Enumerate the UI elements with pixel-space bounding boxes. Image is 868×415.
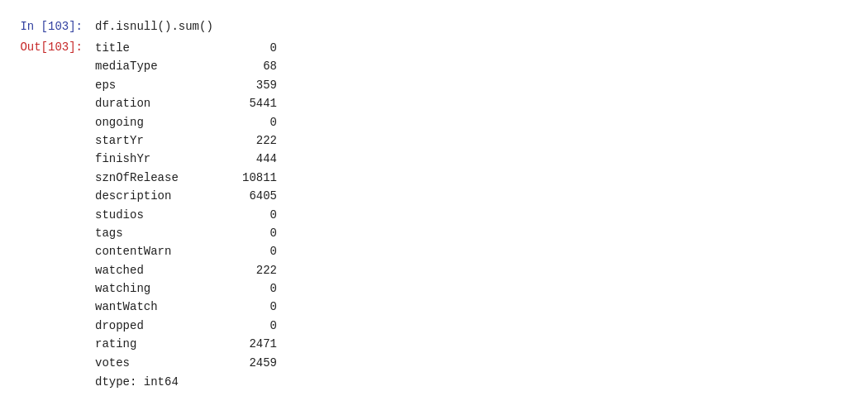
- col-field-name: dropped: [95, 317, 227, 335]
- code-content: df.isnull().sum(): [91, 18, 868, 36]
- table-row: mediaType68: [95, 57, 868, 75]
- table-row: rating2471: [95, 335, 868, 353]
- col-field-name: tags: [95, 224, 227, 242]
- table-row: startYr222: [95, 131, 868, 150]
- col-field-value: 2471: [227, 335, 277, 353]
- input-row: In [103]: df.isnull().sum(): [0, 17, 868, 37]
- notebook-cell: In [103]: df.isnull().sum() Out[103]: ti…: [0, 17, 868, 393]
- col-field-name: watching: [95, 279, 227, 298]
- table-row: eps359: [95, 76, 868, 94]
- table-row: ongoing0: [95, 113, 868, 131]
- col-field-name: mediaType: [95, 57, 227, 75]
- col-field-value: 222: [227, 261, 277, 279]
- col-field-value: 6405: [227, 187, 277, 205]
- table-row: finishYr444: [95, 150, 868, 168]
- col-field-value: 0: [227, 298, 277, 316]
- col-field-value: 0: [227, 206, 277, 224]
- col-field-value: 0: [227, 242, 277, 260]
- out-label: Out[103]:: [0, 39, 91, 56]
- output-row-container: Out[103]: title0mediaType68eps359duratio…: [0, 37, 868, 393]
- col-field-name: startYr: [95, 131, 227, 150]
- col-field-value: 0: [227, 113, 277, 131]
- table-row: contentWarn0: [95, 242, 868, 260]
- col-field-name: duration: [95, 94, 227, 112]
- output-content: title0mediaType68eps359duration5441ongoi…: [91, 39, 868, 391]
- col-field-name: finishYr: [95, 150, 227, 168]
- table-row: votes2459: [95, 354, 868, 372]
- table-row: title0: [95, 39, 868, 57]
- col-field-value: 0: [227, 317, 277, 335]
- col-field-value: 2459: [227, 354, 277, 372]
- col-field-name: title: [95, 39, 227, 57]
- col-field-name: sznOfRelease: [95, 169, 227, 187]
- col-field-value: 222: [227, 131, 277, 150]
- table-row: duration5441: [95, 94, 868, 112]
- col-field-value: 0: [227, 224, 277, 242]
- col-field-name: eps: [95, 76, 227, 94]
- table-row: studios0: [95, 206, 868, 224]
- table-row: watched222: [95, 261, 868, 279]
- col-field-value: 10811: [227, 169, 277, 187]
- col-field-name: contentWarn: [95, 242, 227, 260]
- table-row: wantWatch0: [95, 298, 868, 316]
- table-row: description6405: [95, 187, 868, 205]
- col-field-name: ongoing: [95, 113, 227, 131]
- col-field-value: 0: [227, 39, 277, 57]
- col-field-name: votes: [95, 354, 227, 372]
- col-field-value: 0: [227, 279, 277, 298]
- table-row: dropped0: [95, 317, 868, 335]
- col-field-value: 5441: [227, 94, 277, 112]
- in-label: In [103]:: [0, 18, 91, 36]
- col-field-value: 444: [227, 150, 277, 168]
- output-table: title0mediaType68eps359duration5441ongoi…: [95, 39, 868, 372]
- code-text: df.isnull().sum(): [95, 20, 213, 33]
- dtype-line: dtype: int64: [95, 374, 868, 391]
- table-row: watching0: [95, 279, 868, 298]
- col-field-name: description: [95, 187, 227, 205]
- col-field-name: studios: [95, 206, 227, 224]
- col-field-name: rating: [95, 335, 227, 353]
- col-field-value: 68: [227, 57, 277, 75]
- table-row: sznOfRelease10811: [95, 169, 868, 187]
- col-field-name: wantWatch: [95, 298, 227, 316]
- col-field-value: 359: [227, 76, 277, 94]
- col-field-name: watched: [95, 261, 227, 279]
- table-row: tags0: [95, 224, 868, 242]
